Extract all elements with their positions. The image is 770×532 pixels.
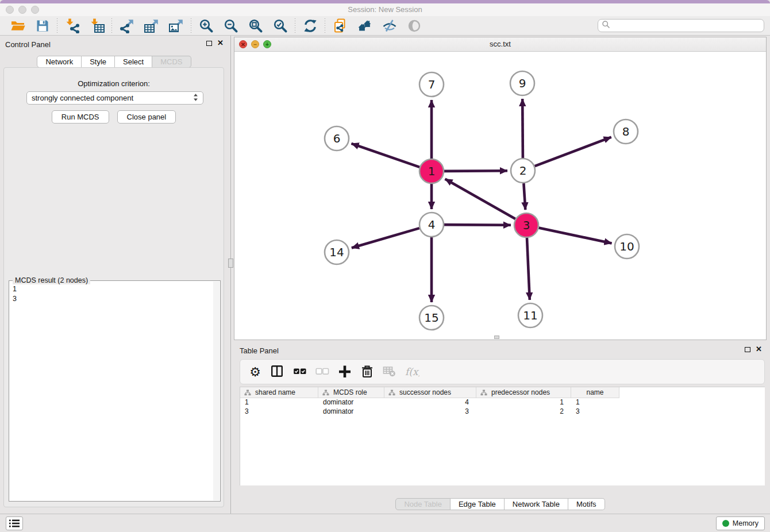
function-builder-button[interactable]: f(x) <box>405 364 419 379</box>
graph-edge-3-10[interactable] <box>539 228 612 244</box>
graph-node-10[interactable]: 10 <box>615 234 639 259</box>
apply-layout-button[interactable] <box>303 18 318 33</box>
tab-network-table[interactable]: Network Table <box>505 498 568 510</box>
table-settings-button[interactable]: ⚙ <box>248 364 263 379</box>
delete-column-button[interactable] <box>360 364 375 379</box>
graph-edge-3-11[interactable] <box>527 238 530 300</box>
result-scrollbar[interactable] <box>213 282 220 500</box>
select-all-columns-button[interactable] <box>292 364 307 379</box>
svg-text:10: 10 <box>619 240 634 253</box>
mcds-result-box: MCDS result (2 nodes) 1 3 <box>9 280 221 502</box>
tab-network[interactable]: Network <box>37 56 82 68</box>
graph-node-11[interactable]: 11 <box>518 303 542 327</box>
graph-node-3[interactable]: 3 <box>514 213 538 237</box>
tab-edge-table[interactable]: Edge Table <box>451 498 505 510</box>
open-session-button[interactable] <box>10 18 25 33</box>
hide-selected-button[interactable] <box>382 18 397 33</box>
tab-mcds[interactable]: MCDS <box>152 56 191 68</box>
svg-text:15: 15 <box>424 311 438 325</box>
tab-style[interactable]: Style <box>82 56 115 68</box>
import-network-button[interactable] <box>65 18 80 33</box>
graph-edge-1-6[interactable] <box>352 144 420 167</box>
tab-node-table[interactable]: Node Table <box>395 498 451 510</box>
column-header-predecessor-nodes[interactable]: predecessor nodes <box>476 387 571 398</box>
table-row[interactable]: 3dominator323 <box>240 407 765 417</box>
close-table-panel-icon[interactable]: ✕ <box>756 346 762 352</box>
svg-text:11: 11 <box>523 309 537 322</box>
network-title: scc.txt <box>234 40 766 48</box>
window-title: Session: New Session <box>0 5 770 14</box>
column-type-icon <box>388 390 395 396</box>
column-header-successor-nodes[interactable]: successor nodes <box>384 387 476 398</box>
first-neighbors-button[interactable] <box>357 18 372 33</box>
zoom-in-button[interactable] <box>199 18 214 33</box>
criterion-select[interactable]: strongly connected component <box>26 91 203 105</box>
graph-edge-2-9[interactable] <box>522 99 523 158</box>
panel-splitter-handle[interactable] <box>228 259 233 268</box>
zoom-selected-button[interactable] <box>273 18 288 33</box>
graph-edge-1-2[interactable] <box>444 171 507 171</box>
svg-text:⚙: ⚙ <box>249 365 261 379</box>
svg-text:7: 7 <box>428 78 436 91</box>
cell-MCDS-role: dominator <box>318 407 384 417</box>
graph-node-14[interactable]: 14 <box>325 240 349 264</box>
task-history-button[interactable] <box>6 516 23 530</box>
show-all-icon <box>407 18 422 33</box>
column-header-shared-name[interactable]: shared name <box>240 387 318 398</box>
close-panel-icon[interactable]: ✕ <box>217 40 224 46</box>
export-image-button[interactable] <box>169 18 184 33</box>
save-session-button[interactable] <box>35 18 50 33</box>
import-table-button[interactable] <box>90 18 105 33</box>
toolbar-separator <box>57 18 57 33</box>
table-body: 1dominator4113dominator323 <box>240 398 765 417</box>
show-all-button[interactable] <box>407 18 422 33</box>
table-settings-icon: ⚙ <box>248 364 263 379</box>
add-column-button[interactable] <box>337 364 352 379</box>
graph-edge-4-3[interactable] <box>444 225 511 225</box>
column-header-MCDS-role[interactable]: MCDS role <box>318 387 384 398</box>
graph-edge-2-8[interactable] <box>535 137 611 167</box>
show-columns-icon <box>270 364 285 379</box>
memory-button[interactable]: Memory <box>716 516 765 530</box>
import-table-icon <box>90 18 105 33</box>
panel-splitter[interactable] <box>230 36 231 514</box>
tab-motifs[interactable]: Motifs <box>568 498 605 510</box>
graph-node-6[interactable]: 6 <box>325 126 349 151</box>
export-network-button[interactable] <box>120 18 134 33</box>
graph-edge-2-3[interactable] <box>523 183 525 210</box>
zoom-out-button[interactable] <box>224 18 238 33</box>
svg-text:f(x): f(x) <box>405 366 419 377</box>
optimization-criterion-label: Optimization criterion: <box>4 79 224 88</box>
graph-edge-3-1[interactable] <box>445 179 515 219</box>
graph-node-8[interactable]: 8 <box>614 119 638 144</box>
function-builder-icon: f(x) <box>405 364 419 379</box>
unselect-all-columns-button[interactable] <box>315 364 330 379</box>
table-row[interactable]: 1dominator411 <box>240 398 765 407</box>
zoom-fit-button[interactable] <box>248 18 263 33</box>
table-panel-title: Table Panel <box>240 346 279 355</box>
graph-node-7[interactable]: 7 <box>419 72 444 97</box>
run-mcds-button[interactable]: Run MCDS <box>52 110 109 124</box>
graph-edge-4-14[interactable] <box>352 228 419 248</box>
network-canvas[interactable]: 7968124314101511 <box>234 52 766 340</box>
show-columns-button[interactable] <box>270 364 285 379</box>
graph-node-1[interactable]: 1 <box>419 159 444 183</box>
delete-table-button[interactable] <box>382 364 397 379</box>
close-panel-button[interactable]: Close panel <box>117 110 176 124</box>
graph-node-4[interactable]: 4 <box>419 213 444 237</box>
graph-node-2[interactable]: 2 <box>511 159 535 183</box>
float-panel-icon[interactable] <box>206 41 212 46</box>
svg-text:6: 6 <box>333 132 341 145</box>
svg-text:4: 4 <box>428 218 436 232</box>
network-resize-handle[interactable] <box>494 336 499 339</box>
clone-network-button[interactable] <box>333 18 348 33</box>
graph-node-9[interactable]: 9 <box>510 71 534 95</box>
graph-node-15[interactable]: 15 <box>419 306 444 330</box>
tab-select[interactable]: Select <box>115 56 152 68</box>
clone-network-icon <box>333 18 348 33</box>
search-input[interactable] <box>610 20 764 31</box>
main-toolbar <box>0 16 770 36</box>
export-table-button[interactable] <box>144 18 159 33</box>
float-table-panel-icon[interactable] <box>745 347 750 352</box>
column-header-name[interactable]: name <box>571 387 619 398</box>
